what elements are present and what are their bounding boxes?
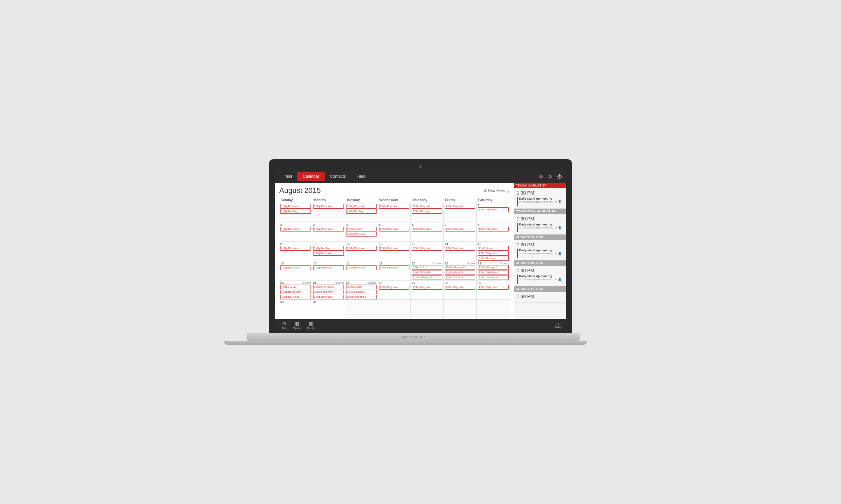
refresh-icon[interactable]: ⟳ xyxy=(539,174,543,179)
new-meeting-button[interactable]: ⊕ New Meeting xyxy=(484,188,510,193)
day-cell[interactable]: 1:30p Daily stan... xyxy=(444,203,477,222)
day-cell-23[interactable]: 23 +1 event 1:00p 3..2..1... 1:00p Booth… xyxy=(279,281,312,300)
day-cell-24[interactable]: 24 +1 event 10:00a ISV Spotl... 12:00p A… xyxy=(312,281,345,300)
event-item[interactable]: 1:30p Daily stan... xyxy=(346,266,377,270)
day-cell-empty[interactable] xyxy=(378,300,411,319)
event-item[interactable]: 5:00p Meeting xyxy=(478,256,509,261)
event-item[interactable]: 1:30p Daily stan... xyxy=(412,204,442,209)
event-item[interactable]: 10:00a Lunch xyxy=(346,227,377,232)
event-item[interactable]: 1:00p Booth Duty xyxy=(280,290,311,294)
day-cell-18[interactable]: 18 1:30p Daily stan... xyxy=(345,261,378,280)
day-cell-4[interactable]: 4 10:00a Lunch 1:30p Daily stan... xyxy=(345,222,378,241)
event-item[interactable]: 1:30p Daily stan... xyxy=(280,295,311,299)
event-item[interactable]: 1:30p Daily stan... xyxy=(313,227,344,232)
event-item[interactable]: 11:00a Weekly S... xyxy=(412,275,442,280)
day-cell-10[interactable]: 10 1:00p Meeting 1:30p Daily stan... xyxy=(312,241,345,261)
event-item[interactable]: 1:30p Daily Mam... xyxy=(478,270,509,275)
bottom-nav-week[interactable]: ▦ Week xyxy=(291,320,303,330)
day-cell-30[interactable]: 30 xyxy=(279,300,312,319)
day-cell-26[interactable]: 26 1:30p Daily stan... xyxy=(378,281,411,300)
day-cell-17[interactable]: 17 1:30p Daily stan... xyxy=(312,261,345,280)
day-cell-13[interactable]: 13 1:30p Daily stan... xyxy=(411,241,444,261)
event-item[interactable]: 1:30p Daily stan... xyxy=(412,227,442,232)
event-item[interactable]: 1:30p Daily stan... xyxy=(478,207,509,212)
event-item[interactable]: 1:30p Daily stan... xyxy=(445,285,475,290)
event-item[interactable]: 8:00a 3..2..1... xyxy=(412,265,442,270)
event-item[interactable]: 1:30p Daily stan... xyxy=(379,285,410,290)
event-item[interactable]: 11:00a Design S... xyxy=(478,265,509,270)
day-cell-empty[interactable] xyxy=(345,300,378,319)
day-cell-11[interactable]: 11 1:30p Daily stan... xyxy=(345,241,378,261)
event-item[interactable]: 1:30p Daily stan... xyxy=(346,232,377,236)
tab-contacts[interactable]: Contacts xyxy=(325,172,351,181)
event-item[interactable]: 1:30p Daily stan... xyxy=(313,295,344,299)
event-item[interactable]: 1:00p Pins and n... xyxy=(346,295,377,299)
event-item[interactable]: 1:30p Meeting xyxy=(412,209,442,214)
day-cell-5[interactable]: 5 1:30p Daily stan... xyxy=(378,222,411,241)
event-item[interactable]: 1:30p Daily stan... xyxy=(379,246,410,251)
day-cell-14[interactable]: 14 1:30p Daily stan... xyxy=(444,241,477,261)
more-events[interactable]: +1 event xyxy=(335,282,344,284)
event-item[interactable]: 1:30p Daily stan... xyxy=(445,246,475,251)
day-cell-empty[interactable] xyxy=(444,300,477,319)
day-cell-28[interactable]: 28 1:30p Daily stan... xyxy=(444,281,477,300)
day-cell-7[interactable]: 7 1:30p Daily stan... xyxy=(444,222,477,241)
event-item[interactable]: 1:00p 3..2..1... xyxy=(280,285,311,289)
event-item[interactable]: 1:30p Daily stan... xyxy=(379,204,410,209)
day-cell-2[interactable]: 2 1:30p Daily stan... xyxy=(279,222,312,241)
day-cell-27-today[interactable]: 27 1:30p Daily stan... xyxy=(411,281,444,300)
day-cell-16[interactable]: 16 1:30p Daily stan... xyxy=(279,261,312,280)
event-item[interactable]: 1:30p Daily stan... xyxy=(280,266,311,270)
event-item[interactable]: 4:00p Meeting xyxy=(346,209,377,214)
day-cell[interactable]: 1:30p Daily stan... xyxy=(378,203,411,222)
event-item[interactable]: 1:30p Daily stan... xyxy=(280,246,311,251)
event-item[interactable]: 1:30p Meeting xyxy=(280,209,311,214)
event-item[interactable]: 8:00a GC MAM... xyxy=(412,270,442,275)
more-events[interactable]: +1 event xyxy=(302,282,311,284)
tab-mail[interactable]: Mail xyxy=(279,172,297,181)
event-item[interactable]: 1:30p Daily stan... xyxy=(412,285,442,290)
event-item[interactable]: 1:30p Daily stan... xyxy=(313,251,344,256)
day-cell-20[interactable]: 20 +2 events 8:00a 3..2..1... 8:00a GC M… xyxy=(411,261,444,280)
event-item[interactable]: 10:00a Lunch xyxy=(346,285,377,289)
day-cell-9[interactable]: 9 1:30p Daily stan... xyxy=(279,241,312,261)
day-cell-31[interactable]: 31 xyxy=(312,300,345,319)
event-item[interactable]: 1:00p Chit Chat xyxy=(445,275,475,280)
more-events[interactable]: +1 event xyxy=(500,262,509,265)
event-item[interactable]: 12:00p And now... xyxy=(313,290,344,294)
event-item[interactable]: 1:30p Daily stan... xyxy=(478,285,509,290)
event-item[interactable]: 10:00a Review H... xyxy=(445,265,475,270)
day-cell-19[interactable]: 19 1:30p Daily stan... xyxy=(378,261,411,280)
tab-files[interactable]: Files xyxy=(351,172,371,181)
event-item[interactable]: 1:00p Meeting xyxy=(313,246,344,251)
event-item[interactable]: 1:30p Daily stan... xyxy=(346,246,377,251)
day-cell-3[interactable]: 3 1:30p Daily stan... xyxy=(312,222,345,241)
day-cell[interactable]: 1:30p Daily stan... 1:30p Meeting xyxy=(411,203,444,222)
more-events[interactable]: +1 event xyxy=(466,262,475,265)
day-cell-15[interactable]: 15 11:45a Lunch 1:30p Daily stan... 5:00… xyxy=(477,241,510,261)
event-item[interactable]: 1:30p Daily stan... xyxy=(412,246,442,251)
day-cell-21[interactable]: 21 +1 event 10:00a Review H... 11:00a Ki… xyxy=(444,261,477,280)
day-cell-1[interactable]: 1 1:30p Daily stan... xyxy=(477,203,510,222)
event-item[interactable]: 10:00a ISV Spotl... xyxy=(313,285,344,289)
day-cell-6[interactable]: 6 1:30p Daily stan... xyxy=(411,222,444,241)
bottom-nav-month[interactable]: ▦ Month xyxy=(305,320,317,330)
event-item[interactable]: 1:30p Daily stan... xyxy=(313,204,344,209)
event-item[interactable]: 1:30p Daily stan... xyxy=(280,227,311,232)
settings-icon[interactable]: ⚙ xyxy=(548,174,552,179)
day-cell-12[interactable]: 12 1:30p Daily stan... xyxy=(378,241,411,261)
event-item[interactable]: 11:00a Installer... xyxy=(346,290,377,294)
event-item[interactable]: 1:30p Daily stan... xyxy=(379,227,410,232)
event-item[interactable]: 1:30p Daily stan... xyxy=(445,227,475,232)
event-item[interactable]: 1:30p Daily stan... xyxy=(445,204,475,209)
day-cell-29[interactable]: 29 1:30p Daily stan... xyxy=(477,281,510,300)
tab-calendar[interactable]: Calendar xyxy=(297,172,325,181)
event-item[interactable]: 3:00p Lunch and... xyxy=(478,275,509,280)
day-cell-22[interactable]: 22 +1 event 11:00a Design S... 1:30p Dai… xyxy=(477,261,510,280)
day-cell-25[interactable]: 25 +3 events 10:00a Lunch 11:00a Install… xyxy=(345,281,378,300)
event-item[interactable]: 11:00a Kick-Off... xyxy=(445,270,475,275)
more-events[interactable]: +3 events xyxy=(366,282,377,284)
event-item[interactable]: 11:45a Lunch xyxy=(478,246,509,251)
event-item[interactable]: 1:30p Daily stan... xyxy=(280,204,311,209)
day-cell-8[interactable]: 8 1:30p Daily stan... xyxy=(477,222,510,241)
